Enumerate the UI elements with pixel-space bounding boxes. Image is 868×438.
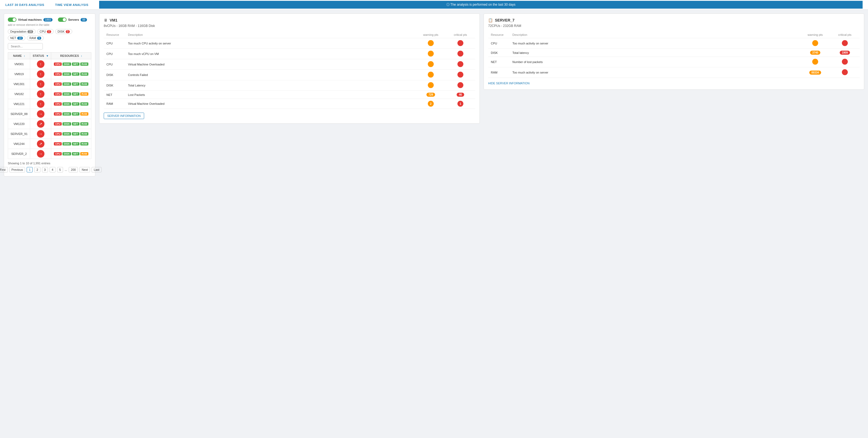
table-row[interactable]: SERVER_2 → CPUDISKNETRAM — [8, 149, 91, 159]
pagination-page-1[interactable]: 1 — [27, 167, 33, 173]
cell-resources: CPUDISKNETRAM — [51, 79, 91, 89]
status-arrow: ↑ — [37, 80, 44, 88]
net-tag: NET — [72, 112, 80, 116]
filter-degradation[interactable]: Degradation 28 — [8, 29, 36, 34]
info-table-row: NET Lost Packets 729 46 — [104, 91, 475, 99]
table-row[interactable]: SERVER_88 → CPUDISKNETRAM — [8, 109, 91, 119]
table-row[interactable]: VM919 ↑ CPUDISKNETRAM — [8, 69, 91, 79]
col-header-name: NAME ↕ — [8, 53, 30, 59]
cpu-tag: CPU — [54, 62, 62, 66]
hide-server-info-link[interactable]: HIDE SERVER INFORMATION — [488, 82, 530, 85]
pagination-page-5[interactable]: 5 — [57, 167, 63, 173]
servers-badge: 98 — [81, 18, 87, 22]
table-row[interactable]: VM1244 ↗ CPUDISKNETRAM — [8, 139, 91, 149]
cpu-tag: CPU — [54, 102, 62, 105]
ram-tag: RAM — [80, 112, 89, 116]
info-table-row: CPU Virtual Machine Overloaded — [104, 59, 475, 70]
table-row[interactable]: VM1220 ↗ CPUDISKNETRAM — [8, 119, 91, 129]
cell-status: ↗ — [30, 139, 51, 149]
pagination-page-200[interactable]: 200 — [69, 167, 78, 173]
info-critical — [830, 38, 860, 49]
disk-tag: DISK — [62, 152, 71, 155]
main-content: Virtual machines 1893 Servers 98 add or … — [0, 10, 868, 180]
info-table-row: CPU Too much vCPU on VM — [104, 49, 475, 59]
cell-name: SERVER_91 — [8, 129, 30, 139]
pagination-last[interactable]: Last — [92, 167, 101, 173]
cpu-tag: CPU — [54, 112, 62, 116]
cell-name: VM1244 — [8, 139, 30, 149]
pagination-prev[interactable]: Previous — [9, 167, 25, 173]
info-description: Virtual Machine Overloaded — [125, 59, 416, 70]
server7-col-resource: Resource — [488, 32, 510, 38]
filter-cpu-count: 0 — [47, 30, 51, 33]
info-description: Number of lost packets — [510, 57, 800, 67]
tab-last30[interactable]: LAST 30 DAYS ANALYSIS — [5, 3, 44, 6]
filter-ram-count: 9 — [37, 37, 41, 40]
ram-tag: RAM — [80, 92, 89, 96]
filter-net[interactable]: NET 10 — [8, 36, 25, 40]
filter-cpu[interactable]: CPU 0 — [37, 29, 54, 34]
warning-circle: 2 — [428, 101, 434, 107]
server7-title: 📋 SERVER_7 — [488, 18, 860, 22]
info-critical — [445, 80, 475, 91]
info-description: Total Latency — [125, 80, 416, 91]
pagination-first[interactable]: First — [0, 167, 8, 173]
info-critical — [445, 38, 475, 49]
servers-toggle-item: Servers 98 — [58, 18, 87, 22]
vm-toggle[interactable] — [8, 18, 17, 22]
net-tag: NET — [72, 132, 80, 135]
info-description: Too much vCPU on VM — [125, 49, 416, 59]
status-arrow: ↗ — [37, 140, 44, 148]
cell-name: SERVER_88 — [8, 109, 30, 119]
vm-toggle-item: Virtual machines 1893 — [8, 18, 53, 22]
vm1-col-warning: warning pts — [416, 32, 445, 38]
filter-disk[interactable]: DISK 0 — [55, 29, 72, 34]
cpu-tag: CPU — [54, 72, 62, 76]
info-resource: NET — [104, 91, 125, 99]
info-critical — [830, 67, 860, 78]
table-row[interactable]: VM1221 ↑ CPUDISKNETRAM — [8, 99, 91, 109]
net-tag: NET — [72, 142, 80, 146]
info-warning: 3740 — [800, 49, 830, 57]
vm1-col-critical: critical pts — [445, 32, 475, 38]
cell-status: ↑ — [30, 69, 51, 79]
table-row[interactable]: VM301 ↑ CPUDISKNETRAM — [8, 59, 91, 69]
critical-circle: 1 — [458, 101, 463, 107]
status-arrow: ↑ — [37, 70, 44, 78]
filter-disk-count: 0 — [66, 30, 70, 33]
servers-toggle-label: Servers — [68, 18, 79, 21]
net-tag: NET — [72, 152, 80, 155]
search-input[interactable] — [8, 43, 43, 50]
filter-net-label: NET — [10, 36, 16, 40]
cell-resources: CPUDISKNETRAM — [51, 99, 91, 109]
pagination-page-2[interactable]: 2 — [34, 167, 40, 173]
net-tag: NET — [72, 102, 80, 105]
toggle-row: Virtual machines 1893 Servers 98 — [8, 18, 91, 22]
vm1-col-resource: Resource — [104, 32, 125, 38]
warning-pill: 3740 — [810, 51, 820, 55]
cell-name: VM1221 — [8, 99, 30, 109]
table-row[interactable]: VM1301 ↑ CPUDISKNETRAM — [8, 79, 91, 89]
vm-badge: 1893 — [43, 18, 53, 22]
info-warning — [416, 49, 445, 59]
info-resource: RAM — [104, 99, 125, 109]
table-row[interactable]: SERVER_91 → CPUDISKNETRAM — [8, 129, 91, 139]
server-info-button[interactable]: SERVER INFORMATION — [104, 113, 144, 119]
info-resource: DISK — [104, 80, 125, 91]
info-table-row: CPU Too much CPU activity on server — [104, 38, 475, 49]
pagination-next[interactable]: Next — [80, 167, 90, 173]
filter-ram-label: RAM — [29, 36, 36, 40]
pagination-page-4[interactable]: 4 — [50, 167, 56, 173]
table-row[interactable]: VM182 ↑ CPUDISKNETRAM — [8, 89, 91, 99]
pagination-page-3[interactable]: 3 — [42, 167, 48, 173]
ram-tag: RAM — [80, 142, 89, 146]
info-resource: CPU — [104, 38, 125, 49]
servers-toggle[interactable] — [58, 18, 66, 22]
warning-circle — [428, 72, 434, 77]
filter-degradation-count: 28 — [28, 30, 33, 33]
info-description: Too much activity on server — [510, 67, 800, 78]
filter-ram[interactable]: RAM 9 — [27, 36, 44, 40]
tab-timeview[interactable]: TIME VIEW ANALYSIS — [55, 3, 88, 6]
info-warning — [416, 38, 445, 49]
info-resource: NET — [488, 57, 510, 67]
